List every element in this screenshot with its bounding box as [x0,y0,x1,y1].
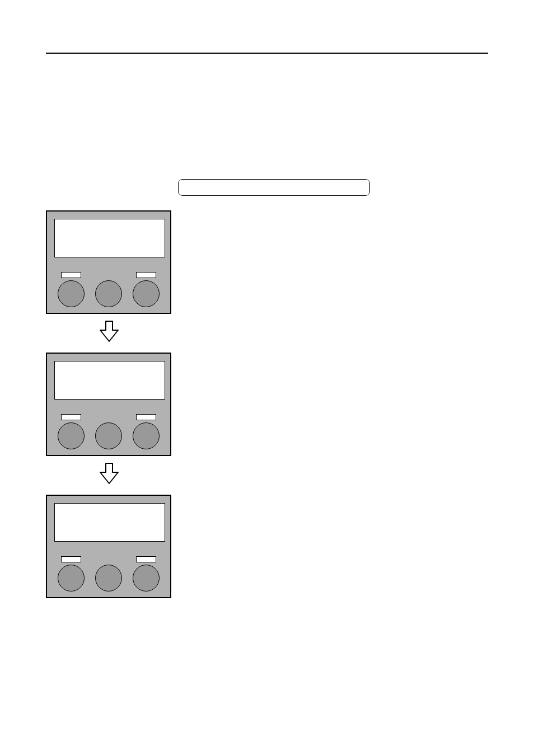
panel-2-btn-3-group [133,414,160,449]
panel-3-btn-1[interactable] [58,565,85,591]
panel-3-btn-3-group [133,556,160,591]
panel-1-screen [54,219,165,257]
panel-1-btn-1-group [58,272,85,307]
arrow-down-2 [98,462,120,485]
panel-3-screen [54,503,165,542]
panel-1-btn-2-group [95,272,122,307]
device-panel-2 [46,353,171,456]
panel-3-btn-2[interactable] [95,565,122,591]
panel-1-btn-3[interactable] [133,280,160,307]
panel-2-btn-3-tab [136,414,156,420]
panel-1-btn-1-tab [61,272,81,278]
panel-2-screen [54,361,165,400]
panel-1-btn-3-tab [136,272,156,278]
arrow-down-icon [98,320,120,342]
arrow-down-1 [98,320,120,342]
panel-3-btn-3[interactable] [133,565,160,591]
panel-2-btn-3[interactable] [133,422,160,449]
panel-1-btn-2[interactable] [95,280,122,307]
panel-3-btn-3-tab [136,556,156,562]
panel-3-btn-1-group [58,556,85,591]
panel-3-button-row [47,556,170,591]
panel-2-btn-2[interactable] [95,422,122,449]
header-rule [46,53,488,54]
panel-1-btn-3-group [133,272,160,307]
device-panel-1 [46,210,171,314]
rounded-heading-box [178,179,370,196]
arrow-down-icon [98,462,120,485]
device-panel-3 [46,495,171,598]
panel-1-button-row [47,272,170,307]
panel-2-btn-1-group [58,414,85,449]
panel-2-btn-1-tab [61,414,81,420]
panel-1-btn-1[interactable] [58,280,85,307]
panel-2-btn-1[interactable] [58,422,85,449]
panel-2-button-row [47,414,170,449]
panel-2-btn-2-group [95,414,122,449]
panel-3-btn-2-group [95,556,122,591]
panel-3-btn-1-tab [61,556,81,562]
